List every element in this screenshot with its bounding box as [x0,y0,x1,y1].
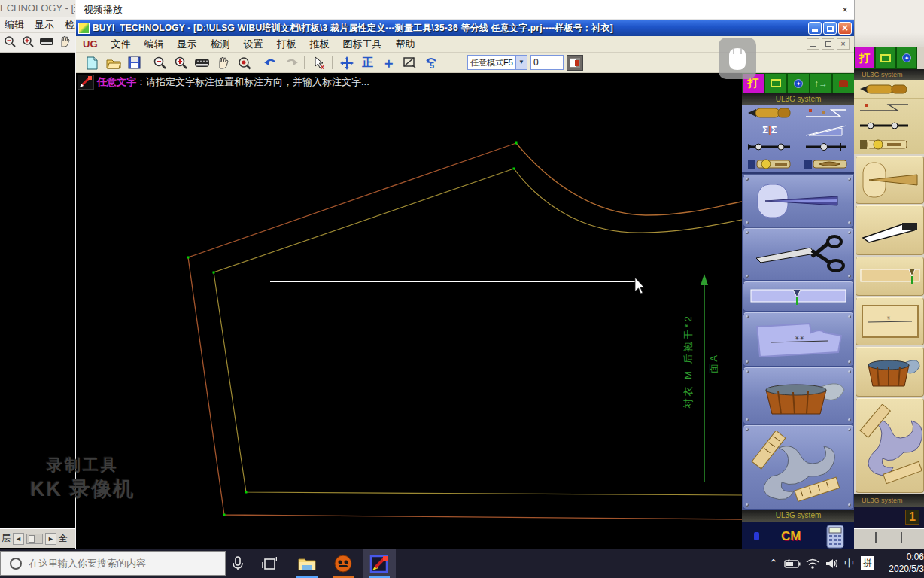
task-view-icon[interactable] [253,549,286,578]
file-explorer-icon[interactable] [290,549,324,578]
recorder-app-icon[interactable] [327,549,360,578]
menu-help[interactable]: 帮助 [389,36,422,53]
point-tool-button[interactable]: ✦ [787,73,810,93]
menu-grading[interactable]: 推板 [303,36,336,53]
host-curve-panel[interactable] [856,398,924,493]
frame-tool-button[interactable] [764,73,787,93]
mdi-restore-button[interactable] [822,38,834,50]
angle-tool-icon[interactable] [798,122,855,139]
close-button[interactable] [838,22,852,35]
keyboard-icon[interactable] [39,35,54,51]
pencil-tool-icon[interactable] [742,105,798,122]
cross-tool-icon[interactable]: ＋ [380,54,397,71]
search-input[interactable] [29,558,202,569]
bell-tool-button[interactable] [832,73,855,93]
redo-icon[interactable] [283,54,300,71]
zoom-select-icon[interactable] [236,54,253,71]
curve-ruler-panel[interactable] [743,425,854,510]
divider-compass-icon[interactable] [742,138,798,156]
close-icon[interactable]: × [828,4,854,15]
scroll-left-button[interactable]: ◄ [13,533,24,545]
menu-view[interactable]: 显示 [171,36,204,53]
align-tool-icon[interactable]: 正 [359,54,376,71]
new-file-icon[interactable] [84,54,101,71]
zoom-in-icon[interactable] [21,35,35,51]
host-frame-tool-button[interactable] [875,47,896,69]
wifi-icon[interactable] [802,549,823,578]
pan-hand-icon[interactable] [214,54,232,71]
polyline-tool-icon[interactable] [854,99,924,117]
host-knife-panel[interactable] [856,205,924,255]
divider-compass-icon[interactable] [854,117,924,136]
axis-tool-button[interactable]: ↑→ [810,73,832,93]
host-point-tool-button[interactable]: ✦ [896,47,917,69]
menu-icon-tools[interactable]: 图标工具 [336,36,389,53]
button-strap-tool-icon[interactable] [742,156,798,173]
pan-hand-icon[interactable] [59,35,71,51]
taskbar-clock[interactable]: 0:06 2020/5/3 [880,551,924,575]
move-tool-icon[interactable] [338,54,355,71]
calculator-icon[interactable] [826,525,844,549]
vertex-points[interactable] [187,142,518,516]
bg-menu-view[interactable]: 显示 [35,17,54,32]
menu-edit[interactable]: 编辑 [138,36,171,53]
restore-button[interactable] [823,22,837,35]
menu-settings[interactable]: 设置 [237,36,270,53]
bg-menu-edit[interactable]: 编辑 [5,17,24,32]
all-layers-label[interactable]: 全 [59,532,68,545]
notch-tool-panel[interactable] [743,281,854,312]
save-icon[interactable] [126,54,143,71]
polyline-tool-icon[interactable] [798,105,855,122]
page-number[interactable]: 1 [905,510,919,525]
pattern-outer-contour[interactable] [188,143,742,519]
menu-check[interactable]: 检测 [204,36,237,53]
bg-menu-check[interactable]: 检测 [65,17,75,32]
ime-language-indicator[interactable]: 中 [844,557,854,570]
divider-compass2-icon[interactable] [798,138,855,156]
microphone-icon[interactable] [226,549,250,578]
pattern-app-icon[interactable] [363,549,396,578]
rotate-tool-icon[interactable]: 5 [422,54,439,71]
tray-chevron-icon[interactable]: ⌃ [769,557,778,569]
scroll-right-button[interactable]: ► [45,533,56,545]
zoom-out-icon[interactable] [3,35,17,51]
text-style-button[interactable] [567,55,583,71]
undo-icon[interactable] [262,54,279,71]
dart-tool-panel[interactable] [743,175,854,227]
speaker-icon[interactable] [822,549,843,578]
zoom-in-icon[interactable] [172,54,190,71]
scissors-tool-panel[interactable] [743,228,854,281]
chevron-down-icon[interactable]: ▼ [515,56,527,69]
video-player-titlebar[interactable]: 视频播放 × [76,0,854,20]
ime-mode-badge[interactable]: 拼 [861,556,874,570]
menu-ug[interactable]: UG [76,36,105,53]
host-basket-panel[interactable] [856,347,924,397]
mdi-close-button[interactable]: × [837,38,850,50]
button-strap2-tool-icon[interactable] [798,156,855,173]
mdi-minimize-button[interactable] [807,38,819,50]
host-piece-panel[interactable]: ✳ [856,297,924,345]
value-input[interactable] [530,55,564,70]
host-tab-pattern[interactable]: 打 [854,47,875,69]
menu-pattern[interactable]: 打板 [270,36,303,53]
layer-scrollbar[interactable] [26,534,43,544]
basket-tool-panel[interactable] [743,367,854,424]
taskbar-search[interactable] [0,551,226,576]
host-horizontal-scrollbar[interactable] [854,528,924,549]
pick-cursor-icon[interactable]: x [311,54,328,71]
zoom-out-icon[interactable] [151,54,169,71]
app-titlebar[interactable]: BUYI_TECHNOLOGY - [D:\ULSG WIBU培训文档\打板\3… [76,20,854,36]
keyboard-icon[interactable] [193,54,211,71]
menu-file[interactable]: 文件 [105,36,138,53]
host-notch-panel[interactable] [856,257,924,296]
button-strap-tool-icon[interactable] [854,135,924,154]
unit-label[interactable]: CM [781,529,801,544]
pattern-inner-neckline[interactable] [514,169,742,233]
region-tool-icon[interactable] [401,54,418,71]
grain-line-arrow[interactable] [701,274,708,482]
host-dart-panel[interactable] [856,156,924,204]
pattern-inner-contour[interactable] [214,169,742,495]
minimize-button[interactable] [808,22,822,35]
mode-select[interactable]: 任意模式F5 ▼ [467,55,527,70]
piece-tool-panel[interactable]: ✳✳ [743,312,854,367]
